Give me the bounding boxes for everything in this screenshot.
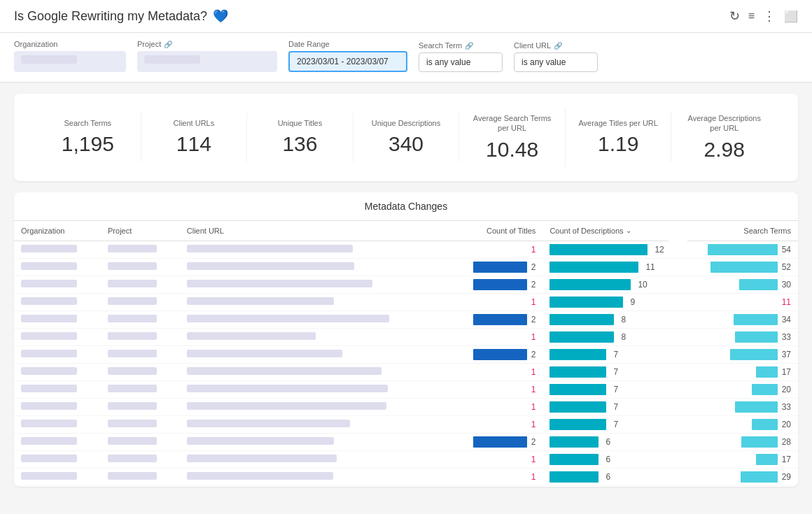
search-bar (710, 262, 778, 273)
table-wrapper[interactable]: Organization Project Client URL Count of… (14, 221, 798, 487)
desc-bar (550, 297, 623, 308)
search-bar (756, 454, 778, 465)
stat-item: Unique Titles 136 (247, 113, 354, 162)
stat-item: Average Descriptions per URL 2.98 (671, 108, 777, 167)
table-card: Metadata Changes Organization Project Cl… (14, 192, 798, 487)
proj-cell (101, 329, 180, 346)
desc-cell: 6 (542, 451, 687, 469)
more-button[interactable]: ⋮ (763, 8, 776, 24)
table-row: 1911 (14, 294, 798, 311)
filter-button[interactable]: ≡ (748, 10, 755, 22)
titles-cell: 1 (440, 294, 543, 311)
search-cell: 30 (687, 276, 798, 294)
table-row: 21152 (14, 259, 798, 276)
stat-label: Client URLs (153, 118, 236, 128)
titles-cell: 1 (440, 364, 543, 381)
desc-value: 8 (621, 315, 626, 324)
titles-cell: 1 (440, 451, 543, 469)
refresh-button[interactable]: ↻ (729, 8, 740, 24)
table-title: Metadata Changes (14, 192, 798, 221)
desc-value: 6 (606, 472, 610, 482)
date-filter: Date Range 2023/03/01 - 2023/03/07 (288, 40, 407, 72)
url-cell (180, 364, 440, 381)
titles-cell: 2 (440, 276, 543, 294)
proj-cell (101, 364, 180, 381)
desc-value: 10 (638, 280, 647, 290)
search-value: 52 (782, 262, 791, 272)
search-cell: 52 (687, 259, 798, 276)
titles-value: 1 (531, 420, 536, 429)
desc-value: 9 (630, 297, 635, 307)
project-input[interactable] (137, 51, 277, 72)
desc-value: 7 (613, 402, 618, 412)
desc-value: 12 (654, 245, 664, 255)
titles-value: 1 (531, 297, 536, 307)
desc-bar (550, 419, 606, 430)
window-button[interactable]: ⬜ (784, 10, 798, 23)
table-row: 2628 (14, 434, 798, 451)
stat-item: Unique Descriptions 340 (354, 113, 460, 162)
titles-cell: 1 (440, 469, 543, 486)
desc-value: 7 (613, 385, 618, 394)
client-url-link-icon[interactable]: 🔗 (554, 42, 562, 50)
toolbar-actions: ↻ ≡ ⋮ ⬜ (729, 8, 798, 24)
url-cell (180, 416, 440, 434)
org-cell (14, 241, 101, 259)
table-header-row: Organization Project Client URL Count of… (14, 221, 798, 241)
heart-icon: 💙 (213, 8, 228, 24)
search-cell: 37 (687, 346, 798, 364)
col-desc[interactable]: Count of Descriptions ⌄ (542, 221, 668, 241)
titles-cell: 2 (440, 259, 543, 276)
proj-cell (101, 434, 180, 451)
client-url-input[interactable]: is any value (514, 52, 598, 72)
org-cell (14, 329, 101, 346)
desc-value: 8 (621, 332, 626, 342)
client-url-label: Client URL (514, 41, 551, 50)
metadata-table: Organization Project Client URL Count of… (14, 221, 798, 487)
stat-value: 1.19 (577, 132, 660, 156)
desc-bar (550, 471, 598, 483)
desc-cell: 7 (542, 364, 687, 381)
org-filter: Organization (14, 40, 126, 72)
search-term-link-icon[interactable]: 🔗 (465, 42, 473, 50)
titles-bar (473, 262, 527, 273)
org-cell (14, 346, 101, 364)
search-cell: 12 (687, 486, 798, 487)
col-search: Search Terms (687, 221, 798, 241)
search-value: 28 (782, 437, 791, 447)
titles-bar (473, 349, 527, 360)
org-input[interactable] (14, 51, 126, 72)
search-bar (752, 419, 778, 430)
url-cell (180, 346, 440, 364)
desc-cell: 6 (542, 434, 687, 451)
proj-cell (101, 381, 180, 399)
stat-value: 1,195 (46, 132, 130, 156)
date-input[interactable]: 2023/03/01 - 2023/03/07 (288, 51, 407, 72)
org-cell (14, 276, 101, 294)
search-term-input[interactable]: is any value (419, 52, 503, 72)
titles-value: 1 (531, 245, 536, 255)
search-cell: 54 (687, 241, 798, 259)
url-cell (180, 241, 440, 259)
desc-value: 7 (613, 420, 618, 429)
titles-cell: 1 (440, 381, 543, 399)
project-link-icon[interactable]: 🔗 (164, 41, 172, 48)
org-value (21, 55, 77, 64)
titles-cell: 1 (440, 241, 543, 259)
titles-cell: 2 (440, 311, 543, 329)
desc-value: 7 (613, 367, 618, 377)
search-term-filter: Search Term 🔗 is any value (419, 41, 503, 72)
titles-value: 1 (531, 332, 536, 342)
desc-bar (550, 366, 606, 378)
org-cell (14, 434, 101, 451)
stat-label: Average Search Terms per URL (470, 113, 554, 134)
url-cell (180, 434, 440, 451)
titles-cell: 1 (440, 399, 543, 416)
titles-value: 2 (531, 350, 536, 359)
stat-value: 114 (153, 132, 236, 156)
search-cell: 29 (687, 469, 798, 486)
url-cell (180, 451, 440, 469)
desc-cell: 8 (542, 329, 687, 346)
org-cell (14, 294, 101, 311)
stats-card: Search Terms 1,195 Client URLs 114 Uniqu… (14, 94, 798, 181)
